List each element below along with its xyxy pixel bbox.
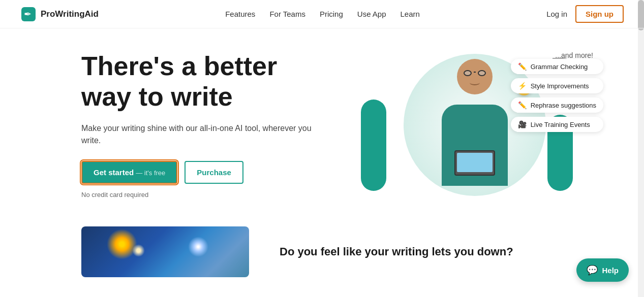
glass-bridge [474,72,476,73]
hero-right: ⭐ ...and more! ✏️ Grammar Checking ⚡ Sty… [346,49,603,201]
navbar: ✒ ProWritingAid Features For Teams Prici… [0,0,644,28]
feature-pills: ✏️ Grammar Checking ⚡ Style Improvements… [511,59,603,132]
hero-title: There's a better way to write [81,51,325,112]
hero-subtitle: Make your writing shine with our all-in-… [81,122,325,147]
starry-night-image [81,226,249,277]
nav-item-for-teams[interactable]: For Teams [269,10,305,18]
swirl-2 [188,237,208,257]
nav-links: Features For Teams Pricing Use App Learn [225,10,420,19]
teal-shape-left [361,100,386,191]
help-widget[interactable]: 💬 Help [576,258,629,282]
person-head [457,59,493,94]
nav-right: Log in Sign up [546,5,624,23]
logo-link[interactable]: ✒ ProWritingAid [20,6,99,22]
chat-icon: 💬 [587,265,598,276]
get-started-label: Get started [94,168,134,177]
grammar-icon: ✏️ [518,62,527,71]
feature-pill-training: 🎥 Live Training Events [511,117,603,132]
person-smile [470,80,480,85]
signup-button[interactable]: Sign up [575,5,624,23]
feature-pill-style: ⚡ Style Improvements [511,78,603,93]
hero-buttons: Get started— it's free Purchase [81,161,325,184]
nav-item-use-app[interactable]: Use App [357,10,386,18]
brand-name: ProWritingAid [41,9,99,19]
bottom-question: Do you feel like your writing lets you d… [280,245,603,258]
bottom-text-area: Do you feel like your writing lets you d… [280,245,603,258]
get-started-suffix: — it's free [136,169,165,177]
nav-item-learn[interactable]: Learn [401,10,420,18]
laptop-screen [457,153,493,172]
rephrase-icon: ✏️ [518,101,527,109]
grammar-label: Grammar Checking [531,63,588,71]
logo-icon: ✒ [20,6,37,22]
rephrase-label: Rephrase suggestions [531,102,596,109]
style-icon: ⚡ [518,82,527,90]
hero-left: There's a better way to write Make your … [81,51,346,199]
svg-text:✒: ✒ [24,9,32,19]
hero-section: There's a better way to write Make your … [0,28,644,221]
training-label: Live Training Events [531,121,590,128]
hero-person [424,54,526,196]
swirl-1 [107,229,137,259]
get-started-button[interactable]: Get started— it's free [81,161,177,184]
no-credit-text: No credit card required [81,191,325,199]
feature-pill-rephrase: ✏️ Rephrase suggestions [511,97,603,113]
person-face [459,70,490,85]
login-link[interactable]: Log in [546,10,567,18]
person-body [442,105,508,186]
nav-item-features[interactable]: Features [225,10,255,18]
person-laptop [454,150,495,176]
purchase-button[interactable]: Purchase [185,161,243,184]
bottom-section: Do you feel like your writing lets you d… [0,221,644,282]
swirl-3 [132,244,145,257]
help-label: Help [602,266,619,275]
training-icon: 🎥 [518,120,527,128]
glass-left [464,70,472,76]
feature-pill-grammar: ✏️ Grammar Checking [511,59,603,74]
person-glasses [464,70,486,76]
nav-item-pricing[interactable]: Pricing [320,10,343,18]
style-label: Style Improvements [531,82,589,90]
glass-right [478,70,486,76]
